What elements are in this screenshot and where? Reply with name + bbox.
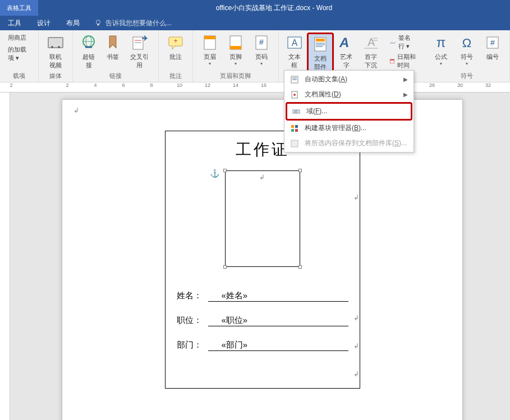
- resize-handle[interactable]: [298, 265, 302, 269]
- resize-handle[interactable]: [298, 169, 302, 172]
- tab-tools[interactable]: 工具: [0, 16, 29, 30]
- ruler-mark: 4: [90, 82, 101, 88]
- document-workspace: ↲ ↲ 工作证 ⚓ ↲ 姓名： «姓名»: [0, 93, 510, 420]
- position-value[interactable]: «职位»: [208, 315, 348, 326]
- comment-button[interactable]: + 批注: [163, 33, 188, 62]
- drop-cap-button[interactable]: A 首字下沉 ▾: [359, 33, 382, 76]
- date-time-icon: [389, 57, 395, 66]
- my-addins-button[interactable]: 的加载项 ▾: [4, 44, 34, 63]
- word-art-button[interactable]: A 艺术字 ▾: [335, 33, 357, 76]
- name-label: 姓名：: [177, 290, 208, 301]
- header-button[interactable]: 页眉 ▾: [197, 33, 222, 67]
- symbol-group: π 公式 ▾ Ω 符号 ▾ # 编号 符号: [424, 30, 510, 82]
- cross-reference-button[interactable]: 交叉引用: [125, 33, 154, 71]
- submenu-arrow-icon: ▶: [403, 91, 408, 98]
- text-box-button[interactable]: A 文本框 ▾: [283, 33, 306, 76]
- ribbon: 用商店 的加载项 ▾ 载项 联机视频 媒体 超链接 书签: [0, 30, 510, 82]
- paragraph-mark: ↲: [353, 342, 359, 350]
- paragraph-mark: ↲: [353, 370, 359, 378]
- photo-placeholder[interactable]: ⚓ ↲: [225, 170, 300, 267]
- svg-rect-1: [97, 24, 99, 26]
- store-button[interactable]: 用商店: [4, 33, 34, 43]
- svg-text:π: π: [437, 35, 446, 50]
- svg-point-4: [51, 46, 53, 48]
- links-group-label: 链接: [109, 72, 122, 82]
- svg-text:#: #: [490, 38, 495, 47]
- equation-button[interactable]: π 公式 ▾: [429, 33, 453, 67]
- number-button[interactable]: # 编号: [480, 33, 505, 62]
- svg-point-0: [97, 20, 100, 24]
- menu-doc-property[interactable]: 文档属性(D) ▶: [286, 87, 412, 102]
- svg-rect-51: [291, 140, 298, 147]
- ruler-mark: 28: [426, 82, 438, 88]
- links-group: 超链接 书签 交叉引用 链接: [73, 30, 159, 82]
- online-video-button[interactable]: 联机视频: [43, 33, 68, 71]
- svg-rect-9: [133, 37, 143, 49]
- menu-field[interactable]: ab 域(F)...: [286, 102, 412, 121]
- svg-text:A: A: [292, 38, 298, 48]
- svg-rect-47: [291, 125, 294, 128]
- svg-text:#: #: [259, 38, 264, 47]
- tell-me-label: 告诉我您想要做什么...: [105, 19, 172, 28]
- number-icon: #: [484, 34, 502, 52]
- position-label: 职位：: [177, 315, 208, 326]
- footer-button[interactable]: 页脚 ▾: [223, 33, 248, 67]
- name-value[interactable]: «姓名»: [208, 290, 348, 302]
- save-selection-icon: [290, 139, 299, 148]
- field-name: 姓名： «姓名»: [177, 290, 348, 302]
- resize-handle[interactable]: [223, 169, 227, 172]
- svg-rect-49: [291, 129, 294, 132]
- horizontal-ruler[interactable]: // ruler marks rendered below 2246810121…: [0, 82, 510, 93]
- svg-rect-48: [295, 125, 298, 128]
- symbol-button[interactable]: Ω 符号 ▾: [454, 33, 479, 67]
- submenu-arrow-icon: ▶: [403, 76, 408, 82]
- bookmark-button[interactable]: 书签: [102, 33, 124, 62]
- resize-handle[interactable]: [223, 265, 227, 269]
- equation-icon: π: [432, 34, 450, 52]
- ruler-mark: 32: [483, 82, 494, 88]
- hyperlink-icon: [80, 34, 98, 52]
- auto-text-icon: [290, 75, 299, 84]
- ruler-mark: 12: [202, 82, 213, 88]
- quick-parts-icon: [311, 35, 329, 53]
- quick-parts-dropdown: 自动图文集(A) ▶ 文档属性(D) ▶ ab 域(F)... 构建基块管理器(…: [284, 70, 414, 153]
- menu-building-blocks[interactable]: 构建基块管理器(B)...: [286, 121, 412, 136]
- svg-text:ab: ab: [294, 109, 298, 113]
- doc-property-icon: [290, 90, 299, 99]
- ruler-mark: 8: [146, 82, 157, 88]
- page-number-button[interactable]: # 页码 ▾: [249, 33, 274, 67]
- signature-line-button[interactable]: 签名行 ▾: [386, 33, 420, 52]
- dept-label: 部门：: [177, 340, 208, 350]
- media-group: 联机视频 媒体: [39, 30, 73, 82]
- bookmark-icon: [104, 34, 122, 52]
- hyperlink-button[interactable]: 超链接: [77, 33, 100, 71]
- ruler-mark: 10: [174, 82, 185, 88]
- dropdown-arrow-icon: ▾: [209, 61, 211, 66]
- dropdown-arrow-icon: ▾: [260, 61, 263, 66]
- paragraph-mark: ↲: [73, 107, 79, 114]
- ruler-mark: 6: [118, 82, 129, 88]
- addins-group-label: 载项: [13, 72, 25, 82]
- dropdown-arrow-icon: ▾: [440, 61, 442, 66]
- media-group-label: 媒体: [49, 72, 62, 82]
- date-time-button[interactable]: 日期和时间: [386, 52, 420, 71]
- paragraph-mark: ↲: [353, 193, 359, 201]
- tab-layout[interactable]: 布局: [58, 16, 88, 30]
- svg-rect-17: [230, 46, 241, 49]
- lightbulb-icon: [94, 19, 102, 27]
- ruler-mark: 2: [62, 82, 73, 88]
- svg-text:A: A: [339, 35, 351, 50]
- vertical-ruler[interactable]: [0, 93, 10, 420]
- comments-group: + 批注 批注: [159, 30, 193, 82]
- svg-rect-33: [390, 59, 394, 61]
- svg-rect-15: [204, 36, 215, 39]
- menu-auto-text[interactable]: 自动图文集(A) ▶: [286, 72, 412, 87]
- dept-value[interactable]: «部门»: [208, 340, 348, 351]
- building-blocks-icon: [290, 124, 299, 133]
- tell-me-search[interactable]: 告诉我您想要做什么...: [94, 19, 172, 28]
- header-icon: [201, 34, 219, 52]
- dropdown-arrow-icon: ▾: [466, 61, 468, 66]
- tab-design[interactable]: 设计: [29, 16, 58, 30]
- svg-text:Ω: Ω: [462, 36, 471, 50]
- menu-save-selection: 将所选内容保存到文档部件库(S)...: [286, 136, 412, 151]
